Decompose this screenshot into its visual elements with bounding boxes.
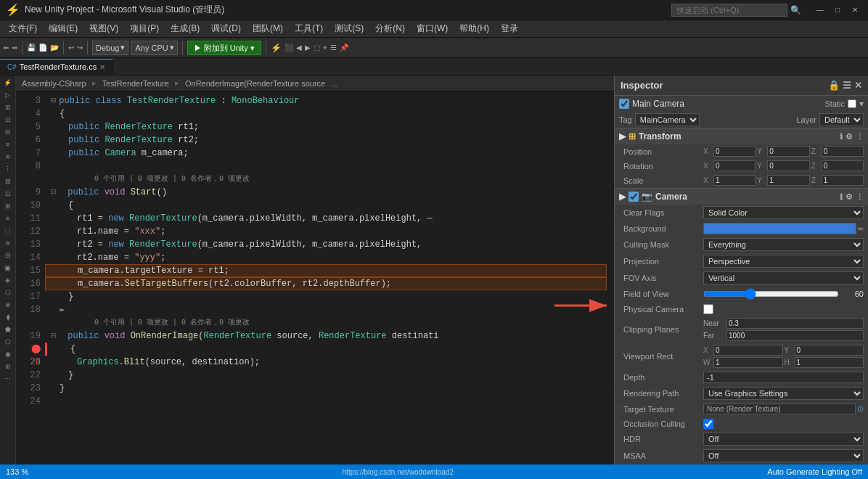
search-icon[interactable]: 🔍 [790, 5, 801, 15]
target-texture-link-icon[interactable]: ⊙ [857, 404, 864, 414]
toolbar-undo-icon[interactable]: ↩ [68, 44, 74, 52]
collapse-icon-19[interactable]: ⊟ [51, 329, 56, 343]
debug-config-dropdown[interactable]: Debug ▾ [92, 41, 128, 55]
menu-login[interactable]: 登录 [495, 21, 524, 36]
rot-y-input[interactable] [767, 160, 809, 171]
left-tool-icon-24[interactable]: ⊛ [1, 361, 15, 372]
left-tool-icon-1[interactable]: ⚡ [1, 77, 15, 89]
toolbar-stop-icon[interactable]: ⬛ [284, 44, 293, 52]
static-dropdown-icon[interactable]: ▾ [859, 99, 864, 109]
code-content[interactable]: ⊟ public class TestRenderTexture : MonoB… [45, 91, 607, 464]
left-tool-icon-7[interactable]: ≋ [1, 151, 15, 163]
left-tool-icon-15[interactable]: ⊟ [1, 250, 15, 261]
menu-debug[interactable]: 调试(D) [205, 21, 247, 36]
left-tool-icon-2[interactable]: ▷ [1, 89, 15, 101]
code-scrollbar[interactable] [607, 91, 614, 464]
tag-select[interactable]: MainCamera [635, 113, 700, 126]
toolbar-step-icon-4[interactable]: ⌖ [323, 44, 327, 52]
scl-z-input[interactable] [822, 175, 864, 186]
attach-unity-button[interactable]: ▶ 附加到 Unity ▾ [187, 41, 261, 55]
left-tool-icon-14[interactable]: ≋ [1, 237, 15, 249]
occlusion-checkbox[interactable] [703, 419, 713, 429]
toolbar-save-icon[interactable]: 💾 [27, 44, 36, 52]
camera-section-header[interactable]: ▶ 📷 Camera ℹ ⚙ ⋮ [615, 188, 868, 205]
scl-x-input[interactable] [713, 175, 756, 186]
pos-y-input[interactable] [767, 146, 809, 157]
background-color-picker[interactable] [703, 223, 856, 234]
projection-select[interactable]: Perspective [703, 255, 864, 268]
left-tool-icon-23[interactable]: ◉ [1, 348, 15, 360]
quick-search-input[interactable] [671, 4, 787, 17]
maximize-button[interactable]: □ [830, 3, 845, 17]
physical-camera-checkbox[interactable] [703, 304, 713, 314]
left-tool-icon-17[interactable]: ◈ [1, 274, 15, 286]
left-tool-icon-3[interactable]: ⊞ [1, 102, 15, 113]
layer-select[interactable]: Default [819, 113, 864, 126]
left-tool-icon-11[interactable]: ⊞ [1, 200, 15, 212]
scl-y-input[interactable] [767, 175, 809, 186]
menu-team[interactable]: 团队(M) [247, 21, 289, 36]
collapse-icon-3[interactable]: ⊟ [51, 94, 56, 107]
left-tool-icon-9[interactable]: ⊠ [1, 176, 15, 187]
inspector-close-icon[interactable]: ✕ [854, 80, 862, 91]
toolbar-step-icon-3[interactable]: ⬚ [314, 44, 320, 52]
left-tool-icon-21[interactable]: ⬟ [1, 324, 15, 335]
left-tool-icon-12[interactable]: ≡ [1, 213, 15, 224]
static-checkbox[interactable] [848, 99, 856, 108]
menu-project[interactable]: 项目(P) [124, 21, 165, 36]
component-name-input[interactable] [632, 99, 822, 109]
toolbar-step-icon-1[interactable]: ◀ [296, 44, 302, 52]
menu-file[interactable]: 文件(F) [3, 21, 43, 36]
fov-axis-select[interactable]: Vertical [703, 271, 864, 284]
collapse-icon-9[interactable]: ⊟ [51, 186, 56, 199]
culling-mask-select[interactable]: Everything [703, 238, 864, 251]
msaa-select[interactable]: Off [703, 449, 864, 462]
toolbar-list-icon[interactable]: ☰ [330, 44, 337, 52]
minimize-button[interactable]: — [813, 3, 827, 17]
vp-y-input[interactable] [795, 345, 864, 356]
clear-flags-select[interactable]: Solid Color [703, 206, 864, 219]
left-tool-icon-25[interactable]: ⋯ [1, 373, 15, 385]
vp-w-input[interactable] [713, 357, 783, 368]
fov-slider[interactable] [703, 288, 839, 300]
camera-menu-icon[interactable]: ⋮ [856, 192, 864, 202]
component-active-checkbox[interactable] [619, 99, 629, 109]
menu-help[interactable]: 帮助(H) [454, 21, 495, 36]
transform-menu-icon[interactable]: ⋮ [856, 132, 864, 142]
left-tool-icon-10[interactable]: ⊡ [1, 188, 15, 200]
camera-gear-icon[interactable]: ⚙ [846, 192, 853, 202]
left-tool-icon-5[interactable]: ⊟ [1, 126, 15, 138]
toolbar-warning-icon[interactable]: ⚡ [271, 43, 282, 53]
left-tool-icon-22[interactable]: ⬠ [1, 336, 15, 348]
left-tool-icon-16[interactable]: ▣ [1, 262, 15, 274]
toolbar-icon-1[interactable]: ⬅ [3, 44, 9, 52]
inspector-lock-icon[interactable]: 🔒 [828, 80, 840, 91]
menu-tools[interactable]: 工具(T) [289, 21, 329, 36]
left-tool-icon-19[interactable]: ⊗ [1, 299, 15, 311]
camera-info-icon[interactable]: ℹ [840, 192, 843, 202]
left-tool-icon-6[interactable]: ≡ [1, 139, 15, 150]
depth-input[interactable] [703, 372, 864, 383]
left-tool-icon-8[interactable]: ⋮ [1, 163, 15, 175]
menu-analyze[interactable]: 分析(N) [369, 21, 411, 36]
transform-gear-icon[interactable]: ⚙ [846, 132, 853, 142]
pos-x-input[interactable] [713, 146, 756, 157]
toolbar-new-icon[interactable]: 📄 [38, 44, 47, 52]
toolbar-folder-icon[interactable]: 📂 [50, 44, 59, 52]
transform-info-icon[interactable]: ℹ [840, 132, 843, 142]
camera-enabled-checkbox[interactable] [629, 192, 639, 202]
tab-testrendertexture[interactable]: C# TestRenderTexture.cs ✕ [0, 59, 113, 74]
vp-x-input[interactable] [713, 345, 783, 356]
rot-x-input[interactable] [713, 160, 756, 171]
toolbar-pin-icon[interactable]: 📌 [340, 44, 348, 52]
transform-section-header[interactable]: ▶ ⊞ Transform ℹ ⚙ ⋮ [615, 128, 868, 144]
menu-view[interactable]: 视图(V) [83, 21, 124, 36]
close-button[interactable]: ✕ [848, 3, 862, 17]
toolbar-icon-2[interactable]: ➡ [12, 44, 17, 52]
inspector-menu-icon[interactable]: ☰ [843, 80, 851, 91]
platform-dropdown[interactable]: Any CPU ▾ [131, 41, 177, 55]
pos-z-input[interactable] [822, 146, 864, 157]
rot-z-input[interactable] [822, 160, 864, 171]
left-tool-icon-4[interactable]: ⊡ [1, 114, 15, 126]
left-tool-icon-20[interactable]: ⧫ [1, 311, 15, 323]
